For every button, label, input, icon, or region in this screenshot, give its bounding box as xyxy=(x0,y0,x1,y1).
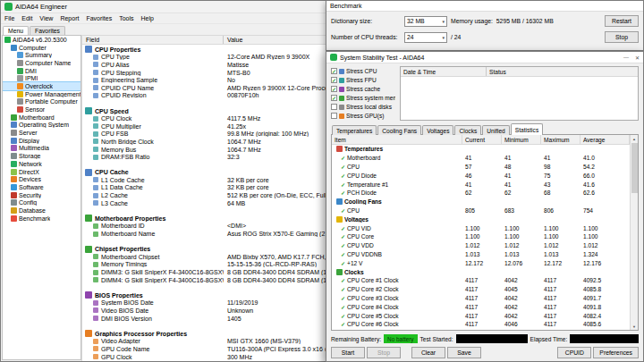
tree-item-power-management[interactable]: Power Management xyxy=(3,90,80,98)
stats-header-average[interactable]: Average xyxy=(580,135,630,144)
stats-group-row[interactable]: Cooling Fans xyxy=(332,198,630,206)
stop-button[interactable]: Stop xyxy=(605,31,639,43)
tree-item-network[interactable]: Network xyxy=(3,160,80,168)
stress-option-stress-gpu-s[interactable]: Stress GPU(s) xyxy=(331,112,395,120)
tab-voltages[interactable]: Voltages xyxy=(422,125,453,135)
stress-option-stress-cache[interactable]: ✓Stress cache xyxy=(331,85,395,93)
tree-item-security[interactable]: Security xyxy=(3,191,80,199)
stats-data-row[interactable]: ✓CPU Core #4 Clock4117404241174091.8 xyxy=(332,302,630,311)
tab-cooling-fans[interactable]: Cooling Fans xyxy=(377,125,421,135)
stats-data-row[interactable]: ✓CPU Core #2 Clock4117404541174085.8 xyxy=(332,285,630,294)
checkbox-stress-cache[interactable]: ✓ xyxy=(331,86,337,92)
stats-data-row[interactable]: ✓CPU805683806754 xyxy=(332,206,630,215)
tree-item-config[interactable]: Config xyxy=(3,198,80,206)
stress-option-stress-cpu[interactable]: ✓Stress CPU xyxy=(331,67,395,75)
stats-group-row[interactable]: Clocks xyxy=(332,267,630,276)
stats-data-row[interactable]: ✓+12 V12.17212.07612.17212.176 xyxy=(332,258,630,267)
cpuid-button[interactable]: CPUID xyxy=(557,347,591,358)
tree-item-benchmark[interactable]: Benchmark xyxy=(3,215,80,223)
stats-data-row[interactable]: ✓CPU VDD1.0121.0121.0121.012 xyxy=(332,241,630,250)
dictionary-size-select[interactable]: 32 MB ▾ xyxy=(404,16,447,27)
field-cell: Video BIOS Date xyxy=(82,307,224,314)
stress-option-stress-local-disks[interactable]: Stress local disks xyxy=(331,103,395,111)
tree-item-storage[interactable]: Storage xyxy=(3,152,80,160)
field-cell: Motherboard Chipset xyxy=(82,254,224,260)
tree-item-ipmi[interactable]: IPMI xyxy=(3,74,80,82)
stats-data-row[interactable]: ✓CPU Core #3 Clock4117404241174091.7 xyxy=(332,294,630,303)
tab-unified[interactable]: Unified xyxy=(482,125,510,135)
menu-item-file[interactable]: File xyxy=(1,15,18,21)
save-button[interactable]: Save xyxy=(447,347,481,358)
menu-item-view[interactable]: View xyxy=(36,15,56,21)
stats-data-row[interactable]: ✓CPU Core1.1001.1001.1001.100 xyxy=(332,232,630,241)
menu-item-help[interactable]: Help xyxy=(138,15,157,21)
menu-item-tools[interactable]: Tools xyxy=(115,15,137,21)
stability-titlebar[interactable]: System Stability Test - AIDA64 — ✕ xyxy=(326,52,643,63)
tree-item-computer[interactable]: Computer xyxy=(3,44,80,52)
tree-item-multimedia[interactable]: Multimedia xyxy=(3,145,80,153)
menu-item-favorites[interactable]: Favorites xyxy=(82,15,115,21)
tree-item-server[interactable]: Server xyxy=(3,129,80,137)
tree-item-sensor[interactable]: Sensor xyxy=(3,105,80,114)
stress-option-stress-fpu[interactable]: ✓Stress FPU xyxy=(331,76,395,84)
tree-item-display[interactable]: Display xyxy=(3,137,80,145)
tab-clocks[interactable]: Clocks xyxy=(454,125,481,135)
tree-item-devices[interactable]: Devices xyxy=(3,175,80,183)
tree-item-directx[interactable]: DirectX xyxy=(3,168,80,176)
stats-group-row[interactable]: Voltages xyxy=(332,215,630,223)
checkbox-stress-gpu-s[interactable] xyxy=(331,113,337,119)
stats-value: 4042 xyxy=(502,313,541,319)
stress-option-stress-system-memory[interactable]: ✓Stress system memory xyxy=(331,94,395,102)
checkbox-stress-fpu[interactable]: ✓ xyxy=(331,77,337,83)
scroll-up-icon[interactable]: ▲ xyxy=(631,135,638,142)
close-icon[interactable]: ✕ xyxy=(635,55,640,61)
stats-data-row[interactable]: ✓CPU Core #5 Clock4117404241174082.4 xyxy=(332,311,630,320)
stats-group-row[interactable]: Temperatures xyxy=(332,145,630,154)
tab-statistics[interactable]: Statistics xyxy=(511,123,543,135)
minimize-icon[interactable]: — xyxy=(623,55,629,60)
tree-item-software[interactable]: Software xyxy=(3,183,80,191)
scroll-down-icon[interactable]: ▼ xyxy=(631,323,638,330)
tree-item-operating-system[interactable]: Operating System xyxy=(3,122,80,130)
preferences-button[interactable]: Preferences xyxy=(593,347,639,358)
benchmark-titlebar[interactable]: Benchmark xyxy=(326,1,643,12)
stats-header-minimum[interactable]: Minimum xyxy=(502,135,541,144)
stats-data-row[interactable]: ✓CPU Core #1 Clock4117404241174092.5 xyxy=(332,276,630,285)
menu-item-report[interactable]: Report xyxy=(56,15,82,21)
stats-data-row[interactable]: ✓CPU Diode46417566.0 xyxy=(332,171,630,180)
stats-value: 4085.8 xyxy=(580,286,630,292)
cpu-threads-select[interactable]: 24 ▾ xyxy=(404,32,447,43)
stats-data-row[interactable]: ✓CPU Core #6 Clock4117404641174085.6 xyxy=(332,320,630,329)
stats-data-row[interactable]: ✓Motherboard41414141.0 xyxy=(332,154,630,163)
checkbox-stress-system-memory[interactable]: ✓ xyxy=(331,95,337,101)
tree-item-database[interactable]: Database xyxy=(3,206,80,215)
stats-data-row[interactable]: ✓CPU VDDNB1.0131.0131.0131.324 xyxy=(332,250,630,259)
stats-header-maximum[interactable]: Maximum xyxy=(541,135,580,144)
tree-item-portable-computer[interactable]: Portable Computer xyxy=(3,98,80,106)
tree-item-overclock[interactable]: Overclock xyxy=(3,82,80,90)
menu-item-edit[interactable]: Edit xyxy=(18,15,36,21)
sidebar-tab-menu[interactable]: Menu xyxy=(3,26,29,35)
tree-item-aida64-v6-20-5300[interactable]: AIDA64 v6.20.5300 xyxy=(3,36,80,44)
tree-item-computer-name[interactable]: Computer Name xyxy=(3,59,80,67)
checkbox-stress-cpu[interactable]: ✓ xyxy=(331,68,337,74)
clear-button[interactable]: Clear xyxy=(411,347,445,358)
log-status-header[interactable]: Status xyxy=(487,69,638,75)
restart-button[interactable]: Restart xyxy=(605,15,639,27)
stats-header-item[interactable]: Item xyxy=(332,135,462,144)
checkbox-stress-local-disks[interactable] xyxy=(331,104,337,110)
start-button[interactable]: Start xyxy=(331,347,365,358)
sidebar-tab-favorites[interactable]: Favorites xyxy=(30,26,65,35)
tree-item-motherboard[interactable]: Motherboard xyxy=(3,114,80,122)
scrollbar-thumb[interactable] xyxy=(631,143,638,193)
log-datetime-header[interactable]: Date & Time xyxy=(401,67,487,76)
tab-temperatures[interactable]: Temperatures xyxy=(332,125,377,135)
stats-data-row[interactable]: ✓PCH Diode62626862.6 xyxy=(332,189,630,198)
stats-data-row[interactable]: ✓CPU57489854.2 xyxy=(332,163,630,172)
stats-data-row[interactable]: ✓CPU VID1.1001.1001.1001.100 xyxy=(332,223,630,232)
stats-header-current[interactable]: Current xyxy=(462,135,502,144)
stats-data-row[interactable]: ✓Temperature #141414341.6 xyxy=(332,180,630,189)
field-column-header[interactable]: Field xyxy=(82,36,224,44)
tree-item-dmi[interactable]: DMI xyxy=(3,67,80,75)
tree-item-summary[interactable]: Summary xyxy=(3,51,80,59)
